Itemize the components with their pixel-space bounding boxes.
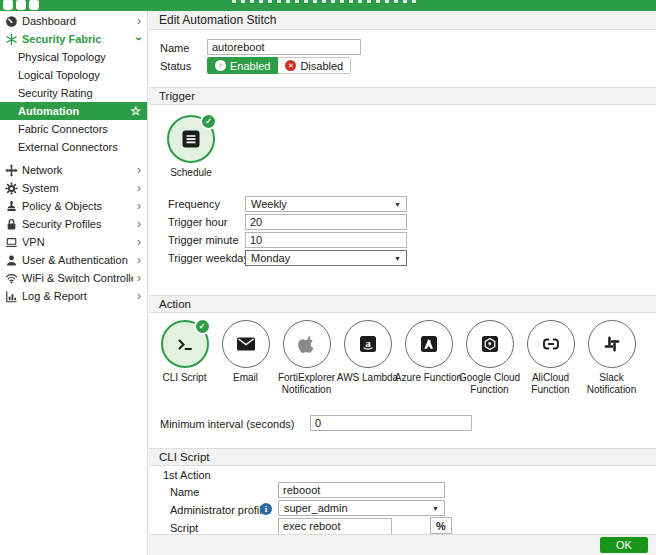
sidebar-item-label: Network: [22, 164, 133, 176]
sidebar-item-dashboard[interactable]: Dashboard ›: [0, 12, 147, 30]
first-action-label: 1st Action: [163, 469, 211, 481]
cli-icon: [173, 332, 197, 356]
action-tile-slack-notification[interactable]: Slack Notification: [581, 320, 642, 395]
topbar-dashes: [232, 0, 420, 3]
action-tile-google-cloud-function[interactable]: Google Cloud Function: [459, 320, 520, 395]
sidebar-item-label: Log & Report: [22, 290, 133, 302]
vpn-icon: [5, 236, 18, 249]
favorite-star-icon[interactable]: ☆: [130, 105, 141, 117]
content-panel: Edit Automation Stitch Name Status ↑ Ena…: [149, 11, 656, 555]
admin-profile-select[interactable]: super_admin ▼: [278, 500, 445, 516]
sidebar-item-external-connectors[interactable]: External Connectors: [0, 138, 147, 156]
trigger-section-header: Trigger: [149, 87, 656, 105]
chevron-right-icon: ›: [137, 236, 141, 248]
action-tile-fortiexplorer-notification[interactable]: FortiExplorer Notification: [276, 320, 337, 395]
status-disabled-label: Disabled: [300, 60, 343, 72]
sidebar: Dashboard › Security Fabric › Physical T…: [0, 11, 148, 555]
sidebar-item-policy-objects[interactable]: Policy & Objects ›: [0, 197, 147, 215]
frequency-value: Weekly: [251, 198, 287, 210]
sidebar-item-network[interactable]: Network ›: [0, 161, 147, 179]
sidebar-item-label: Security Fabric: [22, 33, 133, 45]
enabled-icon: ↑: [215, 60, 226, 71]
sidebar-item-logical-topology[interactable]: Logical Topology: [0, 66, 147, 84]
name-input[interactable]: [207, 39, 361, 55]
cli-script-label: Script: [170, 522, 198, 534]
sidebar-item-label: VPN: [22, 236, 133, 248]
sidebar-item-user-authentication[interactable]: User & Authentication ›: [0, 251, 147, 269]
sidebar-item-log-report[interactable]: Log & Report ›: [0, 287, 147, 305]
name-label: Name: [160, 42, 189, 54]
sidebar-item-label: WiFi & Switch Controller: [22, 272, 133, 284]
chevron-right-icon: ›: [137, 182, 141, 194]
script-line-1: exec reboot: [283, 520, 387, 533]
action-tile-cli-script[interactable]: ✓ CLI Script: [154, 320, 215, 395]
sidebar-item-label: Physical Topology: [18, 51, 141, 63]
trigger-weekday-value: Monday: [251, 252, 290, 264]
sidebar-item-automation[interactable]: Automation ☆: [0, 102, 147, 120]
cli-script-section-header: CLI Script: [149, 448, 656, 466]
action-tile-aws-lambda[interactable]: a AWS Lambda: [337, 320, 398, 395]
apple-icon: [295, 332, 319, 356]
action-tile-azure-function[interactable]: Azure Function: [398, 320, 459, 395]
sidebar-item-vpn[interactable]: VPN ›: [0, 233, 147, 251]
slack-icon: [600, 332, 624, 356]
sidebar-item-wifi-switch-controller[interactable]: WiFi & Switch Controller ›: [0, 269, 147, 287]
log-icon: [5, 290, 18, 303]
admin-profile-label: Administrator profile: [170, 504, 268, 516]
min-interval-label: Minimum interval (seconds): [160, 418, 294, 430]
sidebar-item-system[interactable]: System ›: [0, 179, 147, 197]
footer-bar: OK: [149, 534, 656, 555]
trigger-weekday-select[interactable]: Monday ▼: [245, 250, 407, 266]
google-cloud-icon: [478, 332, 502, 356]
network-icon: [5, 164, 18, 177]
trigger-tile-schedule[interactable]: ✓ Schedule: [162, 115, 220, 179]
chevron-down-icon: ›: [133, 37, 145, 41]
trigger-hour-label: Trigger hour: [168, 216, 228, 228]
trigger-hour-input[interactable]: [245, 214, 407, 230]
caret-down-icon: ▼: [432, 505, 439, 512]
trigger-weekday-label: Trigger weekday: [168, 252, 249, 264]
sidebar-item-physical-topology[interactable]: Physical Topology: [0, 48, 147, 66]
trigger-minute-label: Trigger minute: [168, 234, 239, 246]
chevron-right-icon: ›: [137, 254, 141, 266]
aws-icon: a: [356, 332, 380, 356]
azure-icon: [417, 332, 441, 356]
sidebar-item-security-profiles[interactable]: Security Profiles ›: [0, 215, 147, 233]
sidebar-item-label: Fabric Connectors: [18, 123, 141, 135]
chevron-right-icon: ›: [137, 164, 141, 176]
fortinet-logo-icon: [3, 0, 39, 10]
trigger-tile-label: Schedule: [155, 167, 227, 179]
svg-text:a: a: [365, 337, 371, 349]
lock-icon: [5, 218, 18, 231]
sidebar-item-security-rating[interactable]: Security Rating: [0, 84, 147, 102]
wifi-icon: [5, 272, 18, 285]
frequency-label: Frequency: [168, 198, 220, 210]
sidebar-item-label: Policy & Objects: [22, 200, 133, 212]
user-icon: [5, 254, 18, 267]
status-enabled-label: Enabled: [230, 60, 270, 72]
trigger-minute-input[interactable]: [245, 232, 407, 248]
script-variables-button[interactable]: %: [430, 517, 452, 534]
sidebar-item-label: System: [22, 182, 133, 194]
chevron-right-icon: ›: [137, 218, 141, 230]
dashboard-icon: [5, 15, 18, 28]
cli-name-input[interactable]: [278, 482, 445, 498]
min-interval-input[interactable]: [310, 415, 472, 431]
sidebar-item-fabric-connectors[interactable]: Fabric Connectors: [0, 120, 147, 138]
chevron-right-icon: ›: [137, 200, 141, 212]
info-icon[interactable]: i: [260, 503, 272, 515]
action-tile-alicloud-function[interactable]: AliCloud Function: [520, 320, 581, 395]
frequency-select[interactable]: Weekly ▼: [245, 196, 407, 212]
action-tile-email[interactable]: Email: [215, 320, 276, 395]
sidebar-item-label: Security Rating: [18, 87, 141, 99]
status-disabled-button[interactable]: ✕ Disabled: [278, 57, 351, 74]
sidebar-item-security-fabric[interactable]: Security Fabric ›: [0, 30, 147, 48]
sidebar-item-label: Dashboard: [22, 15, 133, 27]
chevron-right-icon: ›: [137, 272, 141, 284]
status-enabled-button[interactable]: ↑ Enabled: [207, 57, 278, 74]
action-tile-label: Slack Notification: [576, 372, 648, 395]
ok-button[interactable]: OK: [600, 537, 648, 553]
schedule-icon: [179, 127, 203, 151]
check-badge-icon: ✓: [194, 318, 211, 335]
caret-down-icon: ▼: [394, 255, 401, 262]
